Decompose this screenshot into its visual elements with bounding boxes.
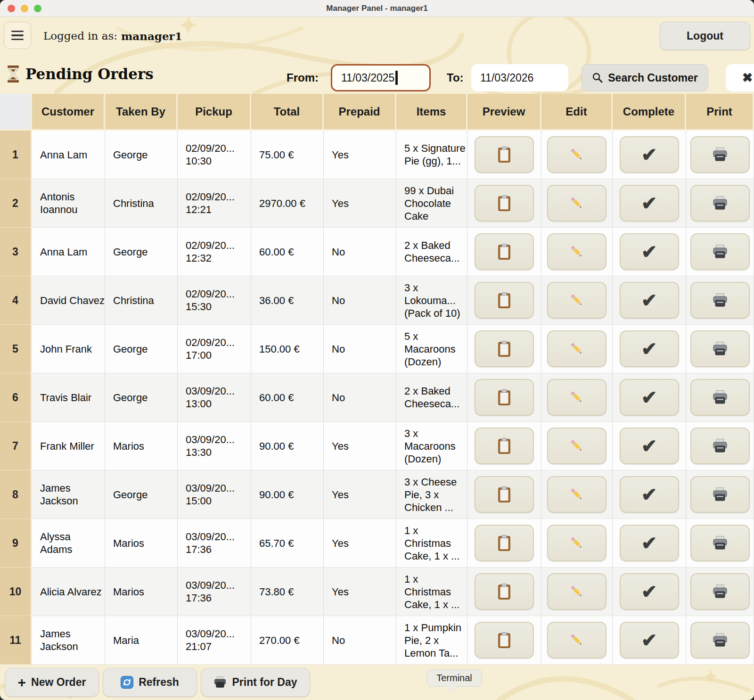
complete-button[interactable]: ✔ [620,379,679,416]
from-label: From: [287,71,319,84]
pencil-icon [569,147,585,163]
items-cell: 2 x Baked Cheeseca... [396,228,467,276]
print-button[interactable] [690,622,750,659]
preview-button[interactable] [475,428,534,464]
preview-button[interactable] [475,573,534,610]
check-icon: ✔ [641,388,657,407]
printer-icon [712,245,728,259]
preview-button[interactable] [475,330,534,367]
print-button[interactable] [690,233,750,270]
pickup-cell: 02/09/20...12:21 [178,179,251,228]
prepaid-cell: Yes [324,519,396,568]
text-cursor [395,71,398,85]
table-row: 4 David Chavez Christina 02/09/20...15:3… [0,276,754,325]
items-cell: 1 x Pumpkin Pie, 2 x Lemon Ta... [396,616,467,665]
preview-button[interactable] [475,233,534,270]
pencil-icon [569,341,585,357]
items-cell: 3 x Macaroons (Dozen) [396,422,467,470]
edit-button[interactable] [547,136,606,173]
column-header-complete: Complete [613,94,686,131]
row-number: 3 [0,228,32,276]
print-button[interactable] [690,573,750,610]
edit-button[interactable] [547,379,606,416]
complete-button[interactable]: ✔ [620,525,679,561]
plus-icon: + [18,675,26,690]
taken-by-cell: George [105,131,178,179]
print-button[interactable] [690,136,750,173]
refresh-button[interactable]: Refresh [103,668,197,697]
total-cell: 73.80 € [251,568,324,616]
to-date-input[interactable]: 11/03/2026 [471,64,568,91]
row-number: 11 [0,616,32,665]
print-button[interactable] [690,428,750,464]
clipboard-icon [497,389,511,406]
table-row: 7 Frank Miller Marios 03/09/20...13:30 9… [0,422,754,470]
preview-button[interactable] [475,136,534,173]
row-number: 7 [0,422,32,470]
complete-button[interactable]: ✔ [620,428,679,464]
logout-button[interactable]: Logout [660,22,750,50]
edit-button[interactable] [547,282,606,319]
from-date-input[interactable]: 11/03/2025 [331,64,431,91]
edit-button[interactable] [547,428,606,464]
taken-by-cell: Christina [105,179,178,228]
check-icon: ✔ [641,631,657,650]
complete-button[interactable]: ✔ [620,476,679,513]
clear-filter-button[interactable]: ✖ [726,64,754,91]
minimize-window-button[interactable] [21,5,28,12]
edit-button[interactable] [547,330,606,367]
preview-button[interactable] [475,476,534,513]
print-for-day-button[interactable]: Print for Day [201,668,310,697]
print-button[interactable] [690,525,750,561]
table-row: 2 Antonis Ioannou Christina 02/09/20...1… [0,179,754,228]
complete-button[interactable]: ✔ [620,573,679,610]
edit-button[interactable] [547,476,606,513]
edit-button[interactable] [547,573,606,610]
customer-cell: James Jackson [32,616,105,665]
edit-button[interactable] [547,622,606,659]
row-number: 5 [0,325,32,373]
edit-button[interactable] [547,185,606,222]
edit-button[interactable] [547,233,606,270]
table-header: Customer Taken By Pickup Total Prepaid I… [0,94,754,131]
print-button[interactable] [690,476,750,513]
check-icon: ✔ [641,194,657,213]
preview-button[interactable] [475,282,534,319]
complete-button[interactable]: ✔ [620,622,679,659]
complete-button[interactable]: ✔ [620,185,679,222]
complete-button[interactable]: ✔ [620,282,679,319]
total-cell: 2970.00 € [251,179,324,228]
search-icon [592,72,603,83]
items-cell: 99 x Dubai Chocolate Cake [396,179,467,228]
pencil-icon [569,486,585,502]
print-button[interactable] [690,185,750,222]
total-cell: 270.00 € [251,616,324,665]
complete-button[interactable]: ✔ [620,330,679,367]
complete-button[interactable]: ✔ [620,136,679,173]
preview-button[interactable] [475,525,534,561]
taken-by-cell: George [105,470,178,519]
close-window-button[interactable] [8,5,15,12]
print-button[interactable] [690,330,750,367]
prepaid-cell: No [324,228,396,276]
table-row: 8 James Jackson George 03/09/20...15:00 … [0,470,754,519]
preview-button[interactable] [475,622,534,659]
complete-button[interactable]: ✔ [620,233,679,270]
row-number-header [0,94,32,131]
print-button[interactable] [690,379,750,416]
column-header-pickup: Pickup [178,94,251,131]
menu-button[interactable] [4,22,31,49]
edit-button[interactable] [547,525,606,561]
search-customer-button[interactable]: Search Customer [582,64,708,91]
items-cell: 5 x Signature Pie (gg), 1... [396,131,467,179]
check-icon: ✔ [641,485,657,504]
to-label: To: [447,71,464,84]
row-number: 10 [0,568,32,616]
new-order-button[interactable]: + New Order [5,668,99,697]
print-button[interactable] [690,282,750,319]
zoom-window-button[interactable] [34,5,41,12]
preview-button[interactable] [475,379,534,416]
column-header-items: Items [396,94,467,131]
printer-icon [712,148,728,162]
preview-button[interactable] [475,185,534,222]
